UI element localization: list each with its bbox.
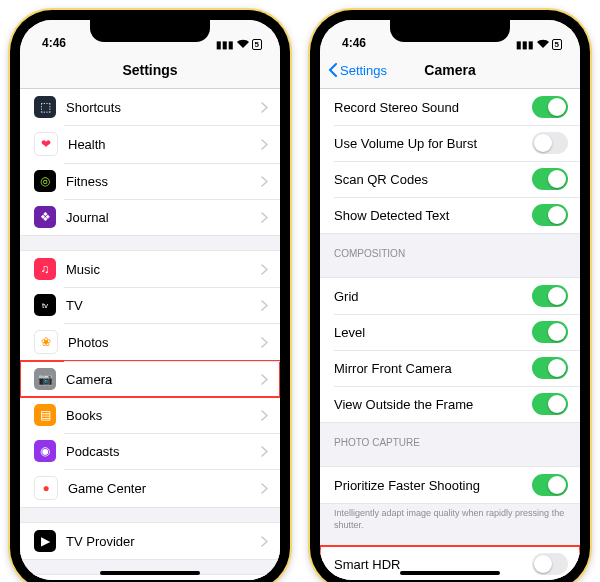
chevron-right-icon [261, 300, 268, 311]
nav-bar-right: Settings Camera [320, 52, 580, 89]
screen-left: 4:46 ▮▮▮ 5 Settings ⬚Shortcuts❤︎Health◎F… [20, 20, 280, 580]
tv-icon: tv [34, 294, 56, 316]
toggle-smart-hdr[interactable] [532, 553, 568, 575]
settings-row-photos[interactable]: ❀Photos [20, 323, 280, 361]
toggle-grid[interactable] [532, 285, 568, 307]
settings-row-fitness[interactable]: ◎Fitness [20, 163, 280, 199]
row-label: Scan QR Codes [334, 172, 532, 187]
toggle-show-detected-text[interactable] [532, 204, 568, 226]
chevron-left-icon [328, 63, 338, 77]
phone-right: 4:46 ▮▮▮ 5 Settings Camera Record Stereo… [310, 10, 590, 582]
settings-list[interactable]: ⬚Shortcuts❤︎Health◎Fitness❖Journal♫Music… [20, 89, 280, 580]
signal-icon: ▮▮▮ [216, 39, 234, 50]
row-label: Podcasts [66, 444, 261, 459]
setting-row-scan-qr-codes[interactable]: Scan QR Codes [320, 161, 580, 197]
notch [90, 20, 210, 42]
row-label: Use Volume Up for Burst [334, 136, 532, 151]
settings-row-health[interactable]: ❤︎Health [20, 125, 280, 163]
row-label: Health [68, 137, 261, 152]
settings-row-tv[interactable]: tvTV [20, 287, 280, 323]
setting-row-level[interactable]: Level [320, 314, 580, 350]
settings-row-camera[interactable]: 📷Camera [20, 361, 280, 397]
toggle-scan-qr-codes[interactable] [532, 168, 568, 190]
row-label: Prioritize Faster Shooting [334, 478, 532, 493]
row-label: Mirror Front Camera [334, 361, 532, 376]
camera-settings-list[interactable]: Record Stereo SoundUse Volume Up for Bur… [320, 89, 580, 580]
status-icons: ▮▮▮ 5 [516, 39, 562, 50]
row-label: Smart HDR [334, 557, 532, 572]
row-label: Books [66, 408, 261, 423]
screen-right: 4:46 ▮▮▮ 5 Settings Camera Record Stereo… [320, 20, 580, 580]
page-title: Settings [122, 62, 177, 78]
chevron-right-icon [261, 264, 268, 275]
toggle-prioritize-faster-shooting[interactable] [532, 474, 568, 496]
section-header: PHOTO CAPTURE [320, 423, 580, 452]
fitness-icon: ◎ [34, 170, 56, 192]
setting-row-grid[interactable]: Grid [320, 278, 580, 314]
toggle-level[interactable] [532, 321, 568, 343]
wifi-icon [237, 39, 249, 50]
row-label: Game Center [68, 481, 261, 496]
section-footer: Intelligently adapt image quality when r… [320, 504, 580, 531]
row-label: Show Detected Text [334, 208, 532, 223]
home-indicator[interactable] [100, 571, 200, 575]
battery-icon: 5 [252, 39, 262, 50]
setting-row-smart-hdr[interactable]: Smart HDR [320, 546, 580, 580]
music-icon: ♫ [34, 258, 56, 280]
chevron-right-icon [261, 374, 268, 385]
row-label: Fitness [66, 174, 261, 189]
chevron-right-icon [261, 483, 268, 494]
row-label: Music [66, 262, 261, 277]
settings-row-adda247[interactable]: AAdda247 [20, 575, 280, 580]
row-label: Level [334, 325, 532, 340]
row-label: TV Provider [66, 534, 261, 549]
setting-row-view-outside-the-frame[interactable]: View Outside the Frame [320, 386, 580, 422]
setting-row-show-detected-text[interactable]: Show Detected Text [320, 197, 580, 233]
row-label: Journal [66, 210, 261, 225]
row-label: Photos [68, 335, 261, 350]
settings-row-tv-provider[interactable]: ▶TV Provider [20, 523, 280, 559]
chevron-right-icon [261, 102, 268, 113]
chevron-right-icon [261, 446, 268, 457]
toggle-mirror-front-camera[interactable] [532, 357, 568, 379]
notch [390, 20, 510, 42]
section-header: COMPOSITION [320, 234, 580, 263]
health-icon: ❤︎ [34, 132, 58, 156]
setting-row-mirror-front-camera[interactable]: Mirror Front Camera [320, 350, 580, 386]
chevron-right-icon [261, 176, 268, 187]
row-label: Record Stereo Sound [334, 100, 532, 115]
chevron-right-icon [261, 410, 268, 421]
row-label: View Outside the Frame [334, 397, 532, 412]
settings-row-game-center[interactable]: ●Game Center [20, 469, 280, 507]
journal-icon: ❖ [34, 206, 56, 228]
toggle-use-volume-up-for-burst[interactable] [532, 132, 568, 154]
back-button[interactable]: Settings [328, 63, 387, 78]
chevron-right-icon [261, 139, 268, 150]
books-icon: ▤ [34, 404, 56, 426]
setting-row-prioritize-faster-shooting[interactable]: Prioritize Faster Shooting [320, 467, 580, 503]
row-label: Shortcuts [66, 100, 261, 115]
nav-bar-left: Settings [20, 52, 280, 89]
settings-row-books[interactable]: ▤Books [20, 397, 280, 433]
status-time: 4:46 [342, 36, 366, 50]
chevron-right-icon [261, 536, 268, 547]
camera-icon: 📷 [34, 368, 56, 390]
setting-row-record-stereo-sound[interactable]: Record Stereo Sound [320, 89, 580, 125]
tvprovider-icon: ▶ [34, 530, 56, 552]
phone-left: 4:46 ▮▮▮ 5 Settings ⬚Shortcuts❤︎Health◎F… [10, 10, 290, 582]
setting-row-use-volume-up-for-burst[interactable]: Use Volume Up for Burst [320, 125, 580, 161]
settings-row-journal[interactable]: ❖Journal [20, 199, 280, 235]
row-label: TV [66, 298, 261, 313]
chevron-right-icon [261, 337, 268, 348]
status-time: 4:46 [42, 36, 66, 50]
settings-row-podcasts[interactable]: ◉Podcasts [20, 433, 280, 469]
settings-row-shortcuts[interactable]: ⬚Shortcuts [20, 89, 280, 125]
page-title: Camera [424, 62, 475, 78]
toggle-view-outside-the-frame[interactable] [532, 393, 568, 415]
back-label: Settings [340, 63, 387, 78]
settings-row-music[interactable]: ♫Music [20, 251, 280, 287]
row-label: Grid [334, 289, 532, 304]
toggle-record-stereo-sound[interactable] [532, 96, 568, 118]
podcasts-icon: ◉ [34, 440, 56, 462]
battery-icon: 5 [552, 39, 562, 50]
